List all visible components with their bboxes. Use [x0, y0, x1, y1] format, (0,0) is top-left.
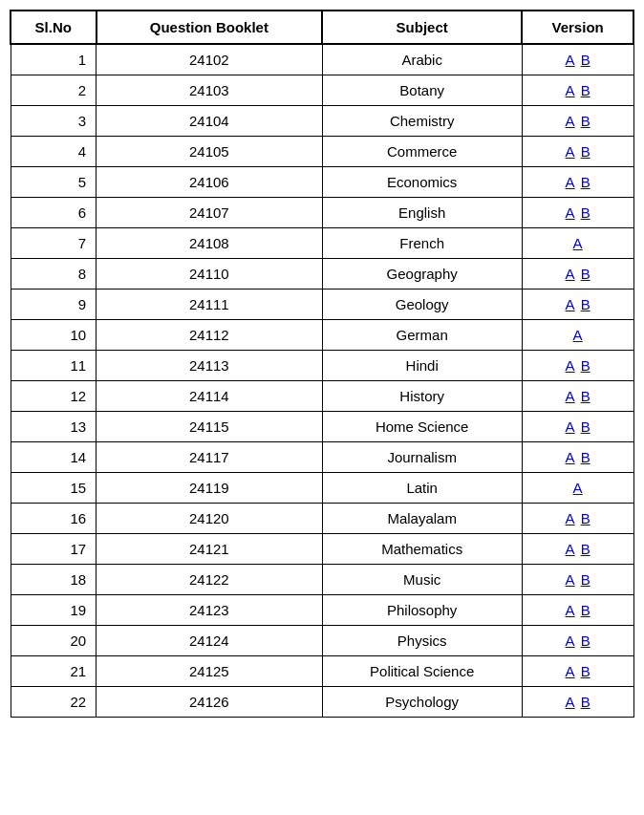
version-a-link[interactable]: A	[566, 266, 575, 282]
version-a-link[interactable]: A	[566, 174, 575, 190]
version-b-link[interactable]: B	[581, 143, 590, 160]
version-a-link[interactable]: A	[566, 571, 575, 588]
cell-version: AB	[522, 167, 633, 198]
table-row: 724108FrenchA	[11, 228, 633, 259]
version-a-link[interactable]: A	[566, 204, 575, 221]
cell-booklet: 24117	[97, 442, 323, 473]
version-a-link[interactable]: A	[566, 633, 575, 649]
cell-slno: 16	[11, 504, 97, 534]
version-b-link[interactable]: B	[581, 174, 590, 190]
version-a-link[interactable]: A	[566, 143, 575, 160]
version-b-link[interactable]: B	[581, 418, 590, 435]
cell-booklet: 24123	[97, 595, 323, 626]
cell-booklet: 24111	[97, 290, 323, 320]
header-slno: Sl.No	[11, 11, 97, 44]
cell-version: AB	[522, 351, 633, 381]
table-row: 824110GeographyAB	[11, 259, 633, 290]
cell-slno: 5	[11, 167, 97, 198]
version-b-link[interactable]: B	[581, 388, 590, 404]
cell-booklet: 24125	[97, 656, 323, 687]
cell-version: AB	[522, 687, 633, 718]
table-row: 124102ArabicAB	[11, 44, 633, 75]
version-a-link[interactable]: A	[566, 418, 575, 435]
cell-version: AB	[522, 534, 633, 565]
cell-version: A	[522, 473, 633, 504]
cell-subject: Psychology	[322, 687, 522, 718]
version-a-link[interactable]: A	[566, 541, 575, 557]
cell-booklet: 24112	[97, 320, 323, 351]
cell-slno: 3	[11, 106, 97, 137]
version-a-link[interactable]: A	[566, 113, 575, 129]
table-row: 1624120MalayalamAB	[11, 504, 633, 534]
cell-subject: Geology	[322, 290, 522, 320]
version-b-link[interactable]: B	[581, 113, 590, 129]
version-b-link[interactable]: B	[581, 602, 590, 618]
version-b-link[interactable]: B	[581, 266, 590, 282]
cell-subject: Geography	[322, 259, 522, 290]
version-a-link[interactable]: A	[566, 52, 575, 68]
cell-subject: Home Science	[322, 412, 522, 442]
cell-booklet: 24115	[97, 412, 323, 442]
table-row: 1324115Home ScienceAB	[11, 412, 633, 442]
cell-slno: 19	[11, 595, 97, 626]
version-b-link[interactable]: B	[581, 541, 590, 557]
cell-version: AB	[522, 198, 633, 228]
cell-subject: Economics	[322, 167, 522, 198]
version-b-link[interactable]: B	[581, 82, 590, 98]
version-a-link[interactable]: A	[566, 357, 575, 374]
cell-version: AB	[522, 656, 633, 687]
version-b-link[interactable]: B	[581, 52, 590, 68]
cell-subject: Latin	[322, 473, 522, 504]
cell-version: AB	[522, 412, 633, 442]
cell-slno: 7	[11, 228, 97, 259]
version-a-link[interactable]: A	[566, 296, 575, 312]
version-b-link[interactable]: B	[581, 663, 590, 679]
version-a-link[interactable]: A	[573, 235, 583, 251]
cell-version: AB	[522, 442, 633, 473]
version-a-link[interactable]: A	[566, 449, 575, 465]
version-b-link[interactable]: B	[581, 357, 590, 374]
table-row: 324104ChemistryAB	[11, 106, 633, 137]
cell-slno: 4	[11, 137, 97, 167]
version-b-link[interactable]: B	[581, 204, 590, 221]
version-a-link[interactable]: A	[566, 510, 575, 526]
cell-booklet: 24106	[97, 167, 323, 198]
cell-booklet: 24124	[97, 626, 323, 656]
question-booklet-table: Sl.No Question Booklet Subject Version 1…	[10, 10, 634, 718]
version-a-link[interactable]: A	[566, 694, 575, 710]
cell-slno: 9	[11, 290, 97, 320]
version-b-link[interactable]: B	[581, 694, 590, 710]
version-a-link[interactable]: A	[566, 602, 575, 618]
version-b-link[interactable]: B	[581, 449, 590, 465]
version-b-link[interactable]: B	[581, 296, 590, 312]
cell-booklet: 24122	[97, 565, 323, 595]
cell-version: AB	[522, 259, 633, 290]
table-row: 424105CommerceAB	[11, 137, 633, 167]
table-row: 1924123PhilosophyAB	[11, 595, 633, 626]
version-b-link[interactable]: B	[581, 571, 590, 588]
table-row: 1724121MathematicsAB	[11, 534, 633, 565]
table-row: 1824122MusicAB	[11, 565, 633, 595]
cell-slno: 21	[11, 656, 97, 687]
table-row: 624107EnglishAB	[11, 198, 633, 228]
cell-version: AB	[522, 75, 633, 106]
version-b-link[interactable]: B	[581, 633, 590, 649]
cell-slno: 22	[11, 687, 97, 718]
version-a-link[interactable]: A	[566, 82, 575, 98]
cell-slno: 11	[11, 351, 97, 381]
version-a-link[interactable]: A	[566, 663, 575, 679]
cell-booklet: 24104	[97, 106, 323, 137]
cell-booklet: 24103	[97, 75, 323, 106]
cell-version: AB	[522, 381, 633, 412]
header-booklet: Question Booklet	[97, 11, 323, 44]
version-b-link[interactable]: B	[581, 510, 590, 526]
cell-version: AB	[522, 106, 633, 137]
header-subject: Subject	[322, 11, 522, 44]
version-a-link[interactable]: A	[566, 388, 575, 404]
cell-subject: Philosophy	[322, 595, 522, 626]
version-a-link[interactable]: A	[573, 327, 583, 343]
cell-version: AB	[522, 565, 633, 595]
header-version: Version	[522, 11, 633, 44]
table-row: 1524119LatinA	[11, 473, 633, 504]
version-a-link[interactable]: A	[573, 480, 583, 496]
